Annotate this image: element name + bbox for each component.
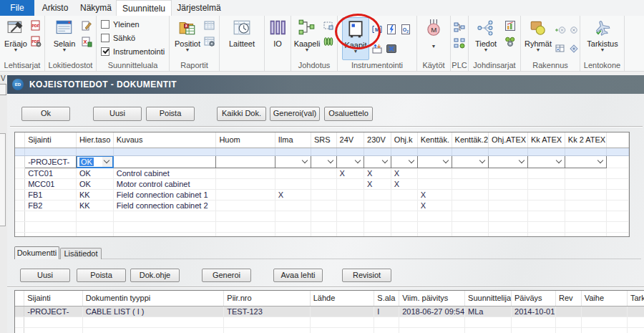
sijainti-edit-field[interactable]: -PROJECT- bbox=[25, 155, 77, 168]
huom-edit-field[interactable] bbox=[216, 155, 275, 168]
column-header[interactable]: Tark. bbox=[627, 291, 644, 306]
column-header[interactable]: 230V bbox=[364, 132, 391, 148]
column-header[interactable]: Kenttäk. bbox=[417, 132, 452, 148]
dropdown-cell[interactable] bbox=[452, 155, 488, 168]
poista-button[interactable]: Poista bbox=[146, 107, 195, 121]
column-header[interactable]: Ohj.k bbox=[391, 132, 417, 148]
column-header[interactable]: Viim. päivitys bbox=[399, 291, 465, 306]
column-header[interactable]: Kenttäk.2 bbox=[452, 132, 488, 148]
o2-doc-icon[interactable]: O2 bbox=[400, 24, 411, 35]
row-selector[interactable] bbox=[15, 189, 25, 200]
avaa-lehti-button[interactable]: Avaa lehti bbox=[273, 269, 323, 282]
ryhmat-button[interactable]: Ryhmät ▼ bbox=[522, 19, 554, 52]
row-selector[interactable] bbox=[15, 168, 25, 178]
column-header[interactable]: Vaihe bbox=[581, 291, 627, 306]
dok-ohje-button[interactable]: Dok.ohje bbox=[130, 269, 180, 282]
diamond-icon[interactable] bbox=[568, 43, 580, 54]
dropdown-cell[interactable] bbox=[417, 155, 452, 168]
plc-settings-icon[interactable] bbox=[454, 37, 465, 49]
gear-users-icon[interactable] bbox=[504, 36, 516, 47]
tab-jarjestelma[interactable]: Järjestelmä bbox=[172, 0, 226, 16]
column-header[interactable]: Kuvaus bbox=[113, 132, 216, 148]
row-selector[interactable] bbox=[15, 306, 24, 317]
column-header[interactable]: Huom bbox=[216, 132, 275, 148]
pdf-icon[interactable]: PDF bbox=[30, 20, 42, 32]
dropdown-cell[interactable] bbox=[565, 155, 606, 168]
column-header[interactable]: Kk 2 ATEX bbox=[565, 132, 606, 148]
dropdown-cell[interactable] bbox=[391, 155, 417, 168]
selain-button[interactable]: Selain ▼ bbox=[49, 19, 80, 52]
cabinet-row[interactable]: MCC01OKMotor control cabinetXX bbox=[15, 178, 629, 189]
revisiot-button[interactable]: Revisiot bbox=[342, 269, 391, 282]
combobox-button[interactable] bbox=[102, 157, 112, 167]
dropdown-cell[interactable] bbox=[311, 155, 336, 168]
cable-route-icon[interactable] bbox=[323, 20, 334, 32]
kuvaus-edit-field[interactable] bbox=[113, 155, 216, 168]
doc-poista-button[interactable]: Poista bbox=[77, 269, 126, 282]
uusi-button[interactable]: Uusi bbox=[93, 107, 142, 121]
cabinet-row[interactable]: FB2KKField connection cabinet 2X bbox=[15, 200, 629, 211]
dropdown-cell[interactable] bbox=[275, 155, 311, 168]
positiot-button[interactable]: X Positiot ▼ bbox=[172, 19, 203, 52]
row-selector[interactable] bbox=[15, 155, 25, 168]
kaapeli-button[interactable]: Kaapeli ▼ bbox=[291, 19, 323, 52]
column-header[interactable]: Hier.taso bbox=[76, 132, 113, 148]
column-header[interactable]: Päiväys bbox=[512, 291, 556, 306]
tab-arkisto[interactable]: Arkisto bbox=[34, 0, 76, 16]
column-header[interactable]: Piir.nro bbox=[224, 291, 310, 306]
dropdown-cell[interactable] bbox=[527, 155, 565, 168]
document-row[interactable]: -PROJECT-CABLE LIST ( I )TEST-123I2018-0… bbox=[15, 306, 644, 317]
checkbox-instrumentointi[interactable]: Instrumentointi bbox=[101, 47, 165, 56]
column-header[interactable]: Dokumentin tyyppi bbox=[82, 291, 223, 306]
tab-file[interactable]: File bbox=[0, 0, 34, 16]
hier-taso-combobox[interactable]: OK bbox=[76, 155, 113, 168]
generoi-val-button[interactable]: Generoi(val) bbox=[270, 107, 320, 121]
dialog-titlebar[interactable]: ED KOJEISTOTIEDOT - DOKUMENTIT bbox=[7, 75, 644, 94]
plc-diagram-icon[interactable] bbox=[454, 21, 465, 33]
column-header[interactable]: Sijainti bbox=[25, 132, 77, 148]
column-header[interactable]: Lähde bbox=[310, 291, 374, 306]
row-selector[interactable] bbox=[15, 178, 25, 189]
dropdown-cell[interactable] bbox=[489, 155, 528, 168]
delete-log-icon[interactable]: X bbox=[81, 36, 92, 47]
io-button[interactable]: IO bbox=[262, 19, 293, 48]
ok-button[interactable]: Ok bbox=[21, 107, 70, 121]
remove-icon[interactable] bbox=[568, 24, 580, 36]
dropdown-cell[interactable] bbox=[364, 155, 391, 168]
column-header[interactable]: S.ala bbox=[374, 291, 399, 306]
row-selector[interactable] bbox=[15, 200, 25, 211]
tab-nakyma[interactable]: Näkymä bbox=[76, 0, 116, 16]
pdf-settings-icon[interactable]: PDF bbox=[30, 36, 42, 47]
column-header[interactable]: Suunnittelija bbox=[465, 291, 512, 306]
laitteet-button[interactable]: Laitteet bbox=[226, 19, 258, 48]
column-header[interactable]: Ohj.ATEX bbox=[489, 132, 528, 148]
chart-box-icon[interactable] bbox=[504, 20, 516, 32]
kaytot-button[interactable]: M ▼ bbox=[418, 19, 449, 49]
dark-x-icon[interactable] bbox=[386, 43, 397, 54]
bolt-doc-icon[interactable] bbox=[386, 24, 397, 35]
column-header[interactable]: Kk ATEX bbox=[527, 132, 565, 148]
cabinet-row[interactable]: CTC01OKControl cabinetXXX bbox=[15, 168, 629, 178]
tiedot-button[interactable]: Tiedot ▼ bbox=[470, 19, 502, 52]
tab-lisatiedot[interactable]: Lisätiedot bbox=[60, 248, 102, 259]
column-header[interactable]: Ilma bbox=[275, 132, 311, 148]
column-header[interactable]: SRS bbox=[311, 132, 336, 148]
grid-x-icon[interactable] bbox=[555, 43, 566, 54]
column-header[interactable]: 24V bbox=[336, 132, 364, 148]
checkbox-sahko[interactable]: Sähkö bbox=[101, 34, 135, 42]
eraajo-button[interactable]: Eräajo ▼ bbox=[0, 19, 31, 52]
generoi-button[interactable]: Generoi bbox=[202, 269, 251, 282]
edit-log-icon[interactable] bbox=[81, 20, 92, 32]
column-header[interactable]: Rev bbox=[555, 291, 581, 306]
table-settings-icon[interactable] bbox=[204, 36, 215, 47]
cable-bundle-icon[interactable] bbox=[323, 36, 334, 47]
dropdown-cell[interactable] bbox=[336, 155, 364, 168]
column-header[interactable]: Sijainti bbox=[24, 291, 83, 306]
cabinet-row[interactable]: FB1KKField connection cabinet 1XX bbox=[15, 189, 629, 200]
checkbox-yleinen[interactable]: Yleinen bbox=[101, 20, 140, 29]
table-icon[interactable] bbox=[204, 20, 215, 32]
add-remove-icon[interactable] bbox=[555, 24, 566, 36]
doc-uusi-button[interactable]: Uusi bbox=[20, 269, 70, 282]
tab-suunnittelu[interactable]: Suunnittelu bbox=[116, 0, 172, 16]
kaikki-dok-button[interactable]: Kaikki Dok. bbox=[217, 107, 266, 121]
